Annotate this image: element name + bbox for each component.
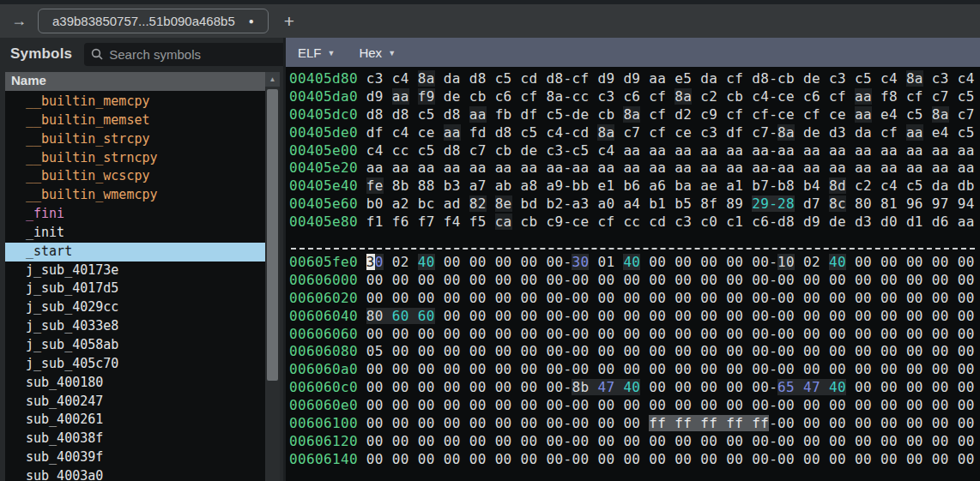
hex-byte[interactable]: aa (649, 142, 666, 159)
hex-gap[interactable] (589, 326, 597, 342)
hex-byte[interactable]: aa (444, 124, 461, 141)
hex-gap[interactable] (589, 159, 597, 176)
hex-byte[interactable]: 00 (547, 451, 564, 467)
hex-byte[interactable]: aa (958, 142, 975, 159)
view-dropdown[interactable]: Hex ▼ (359, 45, 396, 60)
hex-byte[interactable]: 00 (880, 361, 898, 377)
hex-gap[interactable] (384, 290, 392, 306)
hex-gap[interactable] (487, 308, 495, 324)
hex-byte[interactable]: 30 (572, 254, 589, 270)
hex-byte[interactable]: 00 (521, 343, 538, 359)
hex-gap[interactable] (795, 379, 803, 395)
hex-byte[interactable]: aa (649, 70, 666, 87)
hex-gap[interactable] (409, 308, 418, 324)
hex-byte[interactable]: 00 (906, 415, 923, 431)
hex-byte[interactable]: aa (392, 88, 409, 105)
hex-byte[interactable]: 00 (469, 379, 487, 395)
forward-arrow-icon[interactable]: → (0, 12, 38, 30)
hex-gap[interactable] (717, 379, 726, 395)
hex-byte[interactable]: da (932, 177, 949, 194)
hex-byte[interactable]: 00 (418, 451, 435, 467)
hex-byte[interactable]: de (829, 213, 846, 230)
hex-byte[interactable]: 00 (855, 290, 872, 306)
hex-gap[interactable] (795, 88, 803, 105)
hex-byte[interactable]: c5 (906, 177, 923, 194)
hex-gap[interactable] (435, 415, 444, 431)
hex-gap[interactable] (384, 142, 392, 159)
hex-byte[interactable]: 00 (752, 433, 769, 449)
hex-byte[interactable]: aa (906, 142, 923, 159)
hex-gap[interactable] (614, 124, 623, 141)
hex-byte[interactable]: 00 (700, 379, 717, 395)
hex-gap[interactable] (435, 195, 444, 212)
hex-gap[interactable] (461, 106, 469, 123)
hex-byte[interactable]: 00 (597, 290, 614, 306)
hex-byte[interactable]: cf (906, 88, 923, 105)
hex-gap[interactable] (820, 142, 829, 159)
hex-gap[interactable] (640, 88, 649, 105)
hex-byte[interactable]: 05 (366, 343, 384, 359)
hex-byte[interactable]: c4 (392, 124, 409, 141)
hex-gap[interactable] (487, 272, 495, 288)
hex-byte[interactable]: 47 (597, 379, 614, 395)
hex-byte[interactable]: 00 (444, 451, 461, 467)
hex-gap[interactable] (461, 397, 469, 413)
hex-gap[interactable] (717, 451, 726, 467)
hex-byte[interactable]: aa (958, 159, 975, 176)
hex-gap[interactable] (461, 290, 469, 306)
hex-byte[interactable]: a6 (649, 177, 666, 194)
hex-byte[interactable]: de (521, 142, 538, 159)
hex-byte[interactable]: 00 (855, 397, 872, 413)
hex-gap[interactable] (898, 397, 906, 413)
hex-gap[interactable] (692, 415, 700, 431)
hex-byte[interactable]: 00 (958, 343, 975, 359)
hex-byte[interactable]: d8 (392, 106, 409, 123)
hex-byte[interactable]: ff (649, 415, 666, 431)
hex-byte[interactable]: 00 (597, 397, 614, 413)
hex-byte[interactable]: da (700, 70, 717, 87)
hex-byte[interactable]: 00 (597, 326, 614, 342)
hex-byte[interactable]: c6 (803, 88, 820, 105)
hex-gap[interactable] (666, 397, 675, 413)
hex-gap[interactable] (614, 326, 623, 342)
hex-gap[interactable] (512, 379, 521, 395)
hex-gap[interactable] (435, 361, 444, 377)
hex-gap[interactable] (923, 415, 932, 431)
hex-gap[interactable] (872, 195, 880, 212)
hex-gap[interactable] (949, 343, 958, 359)
hex-byte[interactable]: 00 (623, 415, 640, 431)
hex-gap[interactable] (846, 124, 855, 141)
hex-gap[interactable] (512, 88, 521, 105)
hex-gap[interactable] (409, 177, 418, 194)
hex-gap[interactable] (666, 254, 675, 270)
hex-byte[interactable]: da (855, 124, 872, 141)
hex-gap[interactable] (640, 433, 649, 449)
hex-byte[interactable]: a8 (521, 177, 538, 194)
hex-byte[interactable]: 00 (752, 451, 769, 467)
hex-byte[interactable]: c4 (880, 177, 898, 194)
hex-byte[interactable]: 00 (597, 272, 614, 288)
hex-byte[interactable]: 00 (547, 361, 564, 377)
hex-gap[interactable]: - (769, 326, 777, 342)
hex-gap[interactable] (538, 124, 547, 141)
hex-byte[interactable]: ce (829, 106, 846, 123)
hex-gap[interactable] (384, 272, 392, 288)
hex-byte[interactable]: 00 (572, 308, 589, 324)
hex-byte[interactable]: 00 (623, 290, 640, 306)
hex-gap[interactable] (461, 308, 469, 324)
hex-byte[interactable]: 00 (880, 451, 898, 467)
hex-gap[interactable] (409, 124, 418, 141)
hex-byte[interactable]: 00 (521, 451, 538, 467)
hex-gap[interactable] (846, 415, 855, 431)
hex-byte[interactable]: 89 (726, 195, 743, 212)
hex-byte[interactable]: 00 (932, 290, 949, 306)
hex-gap[interactable] (512, 254, 521, 270)
hex-byte[interactable]: bd (521, 195, 538, 212)
hex-byte[interactable]: 00 (803, 326, 820, 342)
hex-gap[interactable] (795, 195, 803, 212)
hex-byte[interactable]: 00 (675, 308, 692, 324)
hex-byte[interactable]: 00 (418, 326, 435, 342)
hex-gap[interactable] (692, 326, 700, 342)
hex-gap[interactable] (589, 415, 597, 431)
hex-gap[interactable] (614, 308, 623, 324)
